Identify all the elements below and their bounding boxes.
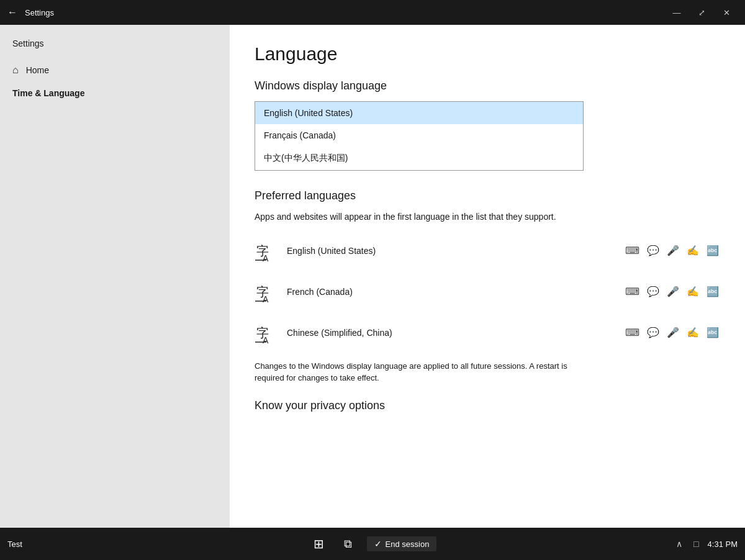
- end-session-label: End session: [386, 540, 430, 549]
- main-content: Language Windows display language Englis…: [230, 25, 745, 528]
- lang-actions-chinese: ⌨ 💬 🎤 ✍ 🔤: [624, 325, 720, 340]
- language-dropdown[interactable]: English (United States) Français (Canada…: [255, 101, 584, 171]
- sidebar-heading: Settings: [0, 32, 230, 58]
- lang-icon-chinese: 字 A: [255, 320, 279, 345]
- lang-option-french[interactable]: Français (Canada): [255, 124, 583, 147]
- keyboard-icon-english[interactable]: ⌨: [624, 243, 641, 258]
- minimize-icon: —: [673, 8, 681, 17]
- end-session-button[interactable]: ✓ End session: [367, 536, 437, 551]
- speech-icon-chinese[interactable]: 💬: [646, 325, 661, 340]
- home-icon: ⌂: [12, 65, 19, 76]
- task-view-button[interactable]: ⧉: [339, 535, 357, 553]
- lang-name-english: English (United States): [287, 246, 616, 256]
- lang-option-english[interactable]: English (United States): [255, 102, 583, 124]
- display-language-note: Changes to the Windows display language …: [255, 360, 590, 384]
- sidebar-item-time-language[interactable]: Time & Language: [0, 82, 230, 104]
- sidebar-item-home[interactable]: ⌂ Home: [0, 58, 230, 82]
- lang-actions-english: ⌨ 💬 🎤 ✍ 🔤: [624, 243, 720, 258]
- app-body: Settings ⌂ Home Time & Language Language…: [0, 25, 745, 528]
- handwriting-icon-chinese[interactable]: ✍: [685, 325, 700, 340]
- start-button[interactable]: ⊞: [309, 534, 329, 554]
- speech-icon-english[interactable]: 💬: [646, 243, 661, 258]
- display-language-title: Windows display language: [255, 79, 720, 93]
- mic-icon-english[interactable]: 🎤: [666, 243, 680, 258]
- ocr-icon-chinese[interactable]: 🔤: [705, 325, 720, 340]
- taskbar-left: Test: [7, 540, 82, 549]
- lang-name-french: French (Canada): [287, 287, 616, 297]
- taskbar-app-label: Test: [7, 540, 22, 549]
- taskbar: Test ⊞ ⧉ ✓ End session ∧ □ 4:31 PM: [0, 528, 745, 560]
- taskbar-right: ∧ □ 4:31 PM: [663, 536, 738, 551]
- close-button[interactable]: ✕: [715, 2, 738, 22]
- taskbar-center: ⊞ ⧉ ✓ End session: [82, 534, 663, 554]
- back-button[interactable]: ←: [7, 7, 17, 18]
- mic-icon-french[interactable]: 🎤: [666, 284, 680, 299]
- lang-icon-french: 字 A: [255, 279, 279, 304]
- preferred-subtitle: Apps and websites will appear in the fir…: [255, 211, 720, 224]
- keyboard-icon-french[interactable]: ⌨: [624, 284, 641, 299]
- mic-icon-chinese[interactable]: 🎤: [666, 325, 680, 340]
- chevron-up-icon[interactable]: ∧: [674, 536, 685, 551]
- maximize-icon: ⤢: [698, 8, 705, 17]
- title-bar: ← Settings — ⤢ ✕: [0, 0, 745, 25]
- preferred-languages-title: Preferred languages: [255, 189, 720, 202]
- window-title: Settings: [25, 8, 666, 17]
- lang-option-chinese[interactable]: 中文(中华人民共和国): [255, 147, 583, 170]
- keyboard-icon-chinese[interactable]: ⌨: [624, 325, 641, 340]
- session-check-icon: ✓: [374, 539, 382, 549]
- lang-list-item-english: 字 A English (United States) ⌨ 💬 🎤 ✍ 🔤: [255, 233, 720, 268]
- sidebar-time-language-label: Time & Language: [12, 88, 84, 98]
- close-icon: ✕: [723, 8, 730, 17]
- maximize-button[interactable]: ⤢: [690, 2, 713, 22]
- lang-list-item-chinese: 字 A Chinese (Simplified, China) ⌨ 💬 🎤 ✍ …: [255, 315, 720, 350]
- sidebar: Settings ⌂ Home Time & Language: [0, 25, 230, 528]
- system-time: 4:31 PM: [708, 540, 738, 549]
- privacy-section-title: Know your privacy options: [255, 399, 720, 412]
- speech-icon-french[interactable]: 💬: [646, 284, 661, 299]
- window-controls: — ⤢ ✕: [666, 2, 738, 22]
- svg-text:A: A: [263, 335, 269, 345]
- page-title: Language: [255, 43, 720, 65]
- svg-text:A: A: [263, 253, 269, 263]
- ocr-icon-english[interactable]: 🔤: [705, 243, 720, 258]
- notification-icon[interactable]: □: [691, 536, 701, 551]
- ocr-icon-french[interactable]: 🔤: [705, 284, 720, 299]
- lang-actions-french: ⌨ 💬 🎤 ✍ 🔤: [624, 284, 720, 299]
- lang-list-item-french: 字 A French (Canada) ⌨ 💬 🎤 ✍ 🔤: [255, 274, 720, 309]
- svg-text:A: A: [263, 294, 269, 304]
- lang-icon-english: 字 A: [255, 238, 279, 263]
- sidebar-home-label: Home: [26, 65, 49, 75]
- handwriting-icon-english[interactable]: ✍: [685, 243, 700, 258]
- minimize-button[interactable]: —: [666, 2, 688, 22]
- lang-name-chinese: Chinese (Simplified, China): [287, 328, 616, 338]
- handwriting-icon-french[interactable]: ✍: [685, 284, 700, 299]
